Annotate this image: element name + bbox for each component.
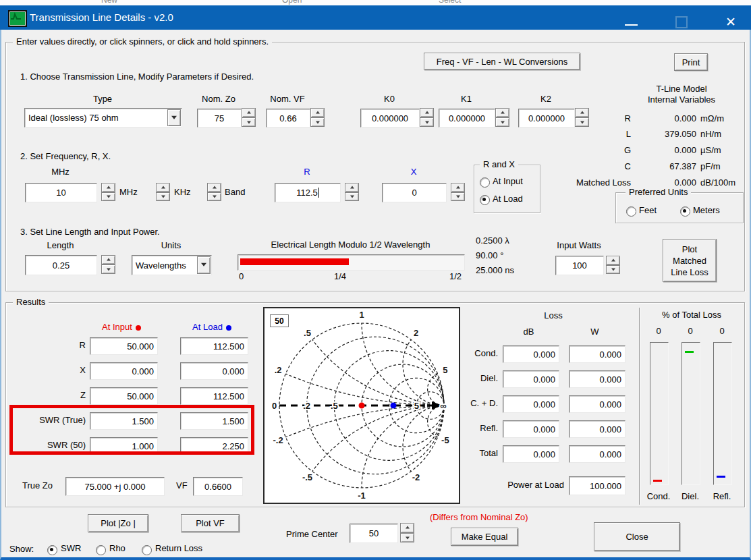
nom-zo-field[interactable]: 75 xyxy=(197,109,242,128)
spin-down[interactable] xyxy=(606,265,620,275)
close-button[interactable]: Close xyxy=(594,522,680,551)
power-at-load-field: 100.000 xyxy=(569,476,625,495)
radio-meters-label[interactable]: Meters xyxy=(693,205,720,215)
spin-down[interactable] xyxy=(101,264,115,274)
pct-loss-title: % of Total Loss xyxy=(641,310,742,320)
spin-up[interactable] xyxy=(242,108,256,117)
spin-down[interactable] xyxy=(207,192,221,202)
r-spinner[interactable] xyxy=(345,183,359,201)
spin-down[interactable] xyxy=(345,192,359,202)
spin-down[interactable] xyxy=(101,192,115,202)
w-column-header: W xyxy=(569,327,621,337)
prime-center-field[interactable]: 50 xyxy=(350,524,398,543)
title-bar[interactable]: Transmission Line Details - v2.0 ✕ xyxy=(0,5,751,30)
spin-up[interactable] xyxy=(101,255,115,264)
nom-zo-spinner[interactable] xyxy=(242,108,256,127)
print-button[interactable]: Print xyxy=(674,53,708,71)
spin-up[interactable] xyxy=(101,183,115,192)
radio-at-input-label[interactable]: At Input xyxy=(493,176,523,186)
spin-down[interactable] xyxy=(495,117,509,127)
spin-up[interactable] xyxy=(451,183,465,192)
spin-down[interactable] xyxy=(242,117,256,127)
spin-up[interactable] xyxy=(400,523,414,533)
plot-matched-line-loss-button[interactable]: Plot Matched Line Loss xyxy=(663,239,717,282)
r-field[interactable]: 112.5 xyxy=(275,183,341,202)
chevron-down-icon[interactable] xyxy=(197,256,211,274)
svg-text:.2: .2 xyxy=(275,365,282,375)
length-field[interactable]: 0.25 xyxy=(25,255,97,275)
pct-value: 0 xyxy=(650,326,667,336)
radio-show-return-loss-label[interactable]: Return Loss xyxy=(155,543,202,553)
x-at-load-field: 0.000 xyxy=(180,362,248,380)
radio-meters[interactable] xyxy=(680,206,690,217)
plot-zo-button[interactable]: Plot |Zo | xyxy=(88,514,148,532)
khz-spinner[interactable] xyxy=(156,183,170,201)
spin-up[interactable] xyxy=(420,108,434,117)
k1-spinner[interactable] xyxy=(495,108,509,127)
row-label: Total xyxy=(451,448,498,458)
length-units-value: Wavelengths xyxy=(136,256,186,275)
maximize-button[interactable] xyxy=(675,16,688,28)
var-value: 67.387 xyxy=(631,161,696,171)
spin-up[interactable] xyxy=(345,183,359,192)
spin-down[interactable] xyxy=(310,117,325,127)
x-field[interactable]: 0 xyxy=(382,183,447,202)
make-equal-button[interactable]: Make Equal xyxy=(451,528,518,546)
k0-label: K0 xyxy=(360,94,418,104)
radio-at-load-label[interactable]: At Load xyxy=(493,194,523,204)
input-watts-spinner[interactable] xyxy=(606,256,620,274)
at-load-marker-dot xyxy=(226,325,231,331)
k0-field[interactable]: 0.000000 xyxy=(360,109,420,128)
spin-down[interactable] xyxy=(400,533,414,543)
at-load-header: At Load xyxy=(180,322,244,332)
radio-feet-label[interactable]: Feet xyxy=(639,205,657,215)
spin-up[interactable] xyxy=(207,183,221,192)
mhz-field[interactable]: 10 xyxy=(25,183,97,202)
var-value: 0.000 xyxy=(631,177,696,188)
nom-vf-spinner[interactable] xyxy=(310,108,325,127)
length-label: Length xyxy=(25,240,96,250)
input-watts-field[interactable]: 100 xyxy=(555,256,604,275)
radio-show-return-loss[interactable] xyxy=(142,545,152,555)
close-window-button[interactable]: ✕ xyxy=(721,12,741,32)
line-type-select[interactable]: Ideal (lossless) 75 ohm xyxy=(24,108,182,128)
radio-show-rho-label[interactable]: Rho xyxy=(109,543,126,553)
x-spinner[interactable] xyxy=(451,183,465,201)
svg-text:5: 5 xyxy=(414,401,419,411)
length-units-select[interactable]: Wavelengths xyxy=(132,255,212,275)
tline-row: Matched Loss 0.000 dB/100m xyxy=(553,177,749,188)
spin-up[interactable] xyxy=(310,108,325,117)
svg-text:-.5: -.5 xyxy=(302,472,312,482)
conversions-button[interactable]: Freq - VF - Len - WL Conversions xyxy=(424,53,580,70)
var-name: C xyxy=(553,161,631,171)
groupbox-label: Preferred Units xyxy=(625,187,691,197)
k1-field[interactable]: 0.000000 xyxy=(439,109,495,128)
radio-at-load[interactable] xyxy=(480,195,490,205)
radio-show-swr[interactable] xyxy=(47,545,57,555)
units-label: Units xyxy=(132,240,211,250)
prime-center-spinner[interactable] xyxy=(400,523,414,542)
spin-up[interactable] xyxy=(495,108,509,117)
radio-feet[interactable] xyxy=(626,206,636,217)
nom-vf-field[interactable]: 0.66 xyxy=(266,109,310,128)
chevron-down-icon[interactable] xyxy=(167,109,181,126)
z-at-load-field: 112.500 xyxy=(180,387,248,405)
minimize-button[interactable] xyxy=(625,24,638,26)
spin-down[interactable] xyxy=(451,192,465,202)
radio-show-swr-label[interactable]: SWR xyxy=(61,543,81,553)
plot-vf-button[interactable]: Plot VF xyxy=(181,514,240,532)
spin-down[interactable] xyxy=(156,192,170,202)
nom-zo-label: Nom. Zo xyxy=(197,94,240,104)
row-label: Cond. xyxy=(451,348,498,358)
spin-up[interactable] xyxy=(156,183,170,192)
spin-up[interactable] xyxy=(606,256,620,265)
k0-spinner[interactable] xyxy=(420,108,434,127)
band-spinner[interactable] xyxy=(207,183,221,201)
length-spinner[interactable] xyxy=(101,255,115,274)
spin-down[interactable] xyxy=(420,117,434,127)
svg-text:.5: .5 xyxy=(304,328,311,338)
row-label: R xyxy=(24,340,86,350)
radio-at-input[interactable] xyxy=(480,177,490,188)
mhz-spinner[interactable] xyxy=(101,183,115,201)
radio-show-rho[interactable] xyxy=(96,545,106,555)
